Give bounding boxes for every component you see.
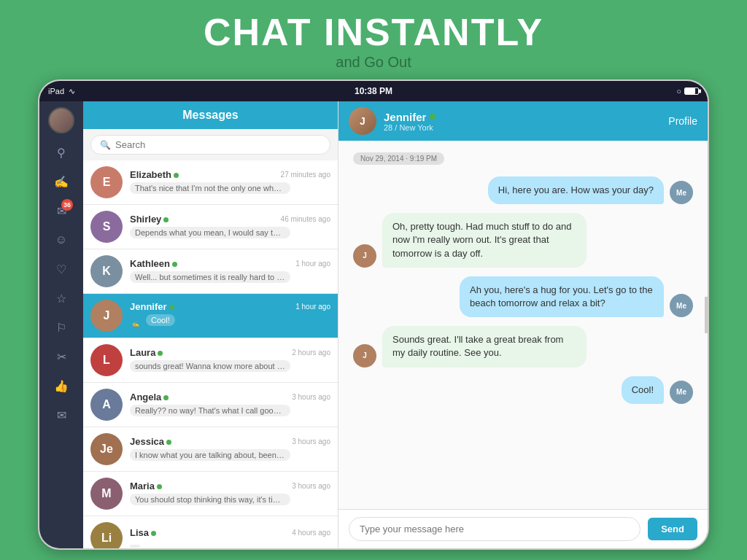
search-button[interactable]: ⚲ bbox=[48, 139, 74, 166]
message-bubble: Ah you, here's a hug for you. Let's go t… bbox=[460, 276, 664, 317]
conversation-item[interactable]: S Shirley 46 minutes ago Depends what yo… bbox=[83, 205, 338, 249]
conversation-item[interactable]: K Kathleen 1 hour ago Well... but someti… bbox=[83, 249, 338, 294]
send-button[interactable]: Send bbox=[648, 518, 697, 540]
wifi-icon: ∿ bbox=[69, 87, 75, 96]
message-bubble: Oh, pretty tough. Had much stuff to do a… bbox=[382, 213, 587, 268]
conv-body: Shirley 46 minutes ago Depends what you … bbox=[130, 214, 330, 240]
online-dot bbox=[157, 484, 162, 489]
status-time: 10:38 PM bbox=[355, 86, 392, 96]
status-left: iPad ∿ bbox=[48, 87, 75, 96]
conv-preview bbox=[130, 540, 330, 548]
message-avatar: Me bbox=[670, 381, 693, 404]
online-dot bbox=[169, 305, 174, 310]
message-row: Me Cool! bbox=[353, 376, 693, 404]
conv-preview-text: That's nice that I'm not the only one wh… bbox=[130, 182, 290, 194]
conv-body: Jennifer 1 hour ago ✍ Cool! bbox=[130, 301, 330, 330]
conv-avatar: L bbox=[90, 344, 123, 376]
search-input[interactable] bbox=[115, 139, 321, 150]
user-avatar[interactable] bbox=[48, 107, 74, 133]
chat-contact-avatar: J bbox=[349, 107, 376, 135]
online-dot bbox=[174, 173, 179, 178]
conv-body: Jessica 3 hours ago I know what you are … bbox=[130, 436, 330, 462]
conv-avatar: S bbox=[90, 211, 123, 243]
chat-header-info: Jennifer 28 / New York bbox=[384, 111, 661, 132]
chat-contact-info: 28 / New York bbox=[384, 123, 661, 132]
conversation-item[interactable]: L Laura 2 hours ago sounds great! Wanna … bbox=[83, 338, 338, 383]
conversation-item[interactable]: M Maria 3 hours ago You should stop thin… bbox=[83, 472, 338, 516]
conv-time: 27 minutes ago bbox=[281, 171, 330, 179]
conv-time: 1 hour ago bbox=[295, 303, 330, 311]
chat-button[interactable]: ✍ bbox=[48, 168, 74, 195]
message-row: Me Ah you, here's a hug for you. Let's g… bbox=[353, 276, 693, 317]
conv-avatar: Je bbox=[90, 433, 123, 465]
conversation-item[interactable]: J Jennifer 1 hour ago ✍ Cool! bbox=[83, 294, 338, 338]
profile-button[interactable]: Profile bbox=[668, 115, 697, 127]
conv-avatar: Li bbox=[90, 522, 123, 548]
conv-preview-text bbox=[130, 545, 140, 548]
conv-name: Laura bbox=[130, 347, 163, 358]
status-bar: iPad ∿ 10:38 PM ○ bbox=[39, 81, 708, 101]
message-bubble: Cool! bbox=[622, 376, 664, 404]
message-avatar: J bbox=[353, 344, 376, 368]
thumbsup-icon: 👍 bbox=[54, 379, 69, 393]
conv-time: 3 hours ago bbox=[292, 482, 330, 490]
people-button[interactable]: ☺ bbox=[48, 227, 74, 253]
status-right: ○ bbox=[676, 87, 699, 96]
flag-button[interactable]: ⚐ bbox=[48, 314, 74, 341]
conv-preview: sounds great! Wanna know more about this bbox=[130, 360, 330, 373]
conv-body: Kathleen 1 hour ago Well... but sometime… bbox=[130, 258, 330, 284]
conv-name: Jessica bbox=[130, 436, 171, 447]
conv-avatar: J bbox=[90, 300, 123, 332]
conversation-item[interactable]: A Angela 3 hours ago Really?? no way! Th… bbox=[83, 383, 338, 427]
app-subtitle: and Go Out bbox=[0, 54, 747, 71]
favorites-button[interactable]: ♡ bbox=[48, 256, 74, 282]
conv-preview: ✍ Cool! bbox=[130, 314, 330, 330]
chat-panel: J Jennifer 28 / New York Profile Nov 29,… bbox=[338, 101, 708, 548]
online-dot bbox=[163, 395, 169, 400]
circle-icon: ○ bbox=[676, 87, 681, 96]
conversation-item[interactable]: Li Lisa 4 hours ago bbox=[83, 516, 338, 548]
date-badge: Nov 29, 2014 · 9:19 PM bbox=[353, 152, 444, 165]
online-dot bbox=[163, 217, 169, 222]
chat-bubble-icon: ✍ bbox=[130, 319, 142, 330]
search-bar[interactable]: 🔍 bbox=[90, 135, 330, 155]
star-icon: ☆ bbox=[56, 292, 66, 306]
conv-preview: Well... but sometimes it is really hard … bbox=[130, 271, 330, 284]
message-input[interactable] bbox=[349, 517, 640, 541]
conversation-item[interactable]: Je Jessica 3 hours ago I know what you a… bbox=[83, 427, 338, 472]
message-row: J Sounds great. I'll take a great break … bbox=[353, 326, 693, 367]
conv-body: Lisa 4 hours ago bbox=[130, 527, 330, 548]
chat-header: J Jennifer 28 / New York Profile bbox=[338, 101, 708, 141]
search-bar-icon: 🔍 bbox=[100, 140, 111, 150]
conv-body: Elizabeth 27 minutes ago That's nice tha… bbox=[130, 169, 330, 195]
conv-preview: That's nice that I'm not the only one wh… bbox=[130, 182, 330, 195]
message-avatar: Me bbox=[670, 181, 693, 204]
chat-messages: Nov 29, 2014 · 9:19 PM Me Hi, here you a… bbox=[338, 141, 708, 509]
ipad-frame: iPad ∿ 10:38 PM ○ ⚲ ✍ ✉ 36 ☺ bbox=[38, 79, 709, 550]
conv-name: Jennifer bbox=[130, 301, 174, 312]
notifications-button[interactable]: ✉ 36 bbox=[48, 198, 74, 224]
online-dot bbox=[172, 262, 177, 267]
conv-time: 3 hours ago bbox=[292, 393, 330, 401]
message-bubble: Hi, here you are. How was your day? bbox=[488, 176, 664, 204]
conv-time: 4 hours ago bbox=[292, 529, 330, 537]
conversation-item[interactable]: E Elizabeth 27 minutes ago That's nice t… bbox=[83, 160, 338, 205]
conv-body: Maria 3 hours ago You should stop thinki… bbox=[130, 481, 330, 507]
device-label: iPad bbox=[48, 87, 64, 96]
message-avatar: J bbox=[353, 244, 376, 268]
conv-preview-text: Cool! bbox=[146, 314, 175, 326]
mail-button[interactable]: ✉ bbox=[48, 402, 74, 428]
conv-preview: I know what you are talking about, been … bbox=[130, 449, 330, 462]
flag-icon: ⚐ bbox=[56, 321, 66, 335]
conv-preview-text: You should stop thinking this way, it's … bbox=[130, 494, 290, 505]
people-icon: ☺ bbox=[55, 233, 67, 246]
tools-button[interactable]: ✂ bbox=[48, 343, 74, 370]
conv-preview-text: Depends what you mean, I would say that … bbox=[130, 227, 290, 238]
conv-preview: Really?? no way! That's what I call good… bbox=[130, 405, 330, 418]
conv-avatar: K bbox=[90, 255, 123, 287]
app-content: ⚲ ✍ ✉ 36 ☺ ♡ ☆ ⚐ ✂ bbox=[39, 101, 708, 548]
conv-name: Kathleen bbox=[130, 258, 177, 269]
tools-icon: ✂ bbox=[57, 350, 66, 364]
thumbsup-button[interactable]: 👍 bbox=[48, 373, 74, 399]
star-button[interactable]: ☆ bbox=[48, 285, 74, 311]
